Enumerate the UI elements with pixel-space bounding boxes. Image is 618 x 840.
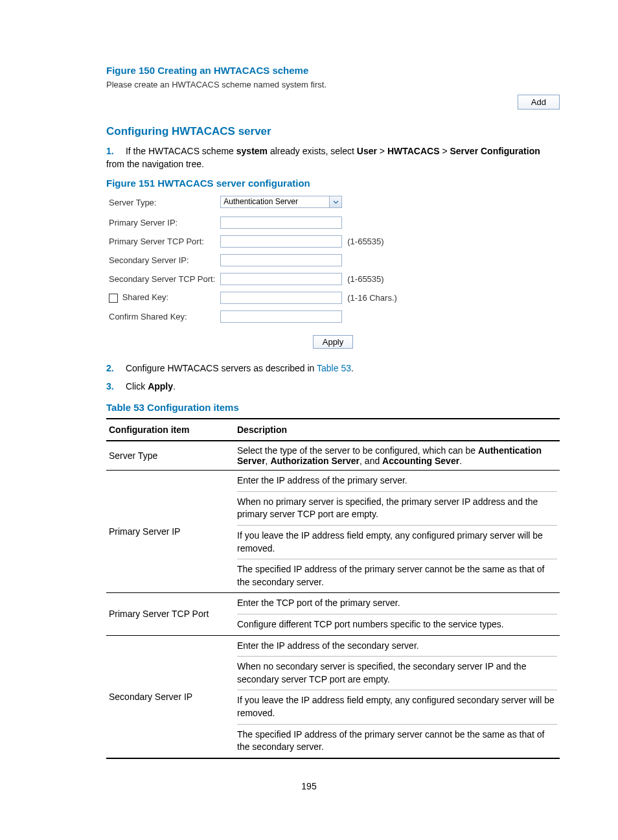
config-desc-primary-server-tcp-port: Enter the TCP port of the primary server… <box>235 593 560 635</box>
server-type-value: Authentication Server <box>223 197 298 206</box>
step-1-sep-1: > <box>377 146 387 156</box>
server-type-select[interactable]: Authentication Server <box>220 196 342 208</box>
config-item-server-type: Server Type <box>106 441 235 471</box>
step-2-number: 2. <box>106 362 123 375</box>
page-number: 195 <box>58 781 560 791</box>
desc-bold: Authorization Server <box>270 456 360 466</box>
desc-para: If you leave the IP address field empty,… <box>237 526 557 559</box>
step-1-sep-2: > <box>440 146 450 156</box>
add-button[interactable]: Add <box>518 95 560 110</box>
table-header-item: Configuration item <box>106 419 235 441</box>
primary-server-ip-input[interactable] <box>220 216 342 229</box>
step-2-text-a: Configure HWTACACS servers as described … <box>126 363 317 373</box>
step-1-bold-user: User <box>357 146 377 156</box>
step-3-bold-apply: Apply <box>148 381 173 391</box>
config-item-secondary-server-ip: Secondary Server IP <box>106 635 235 758</box>
config-desc-primary-server-ip: Enter the IP address of the primary serv… <box>235 471 560 593</box>
step-3-text-a: Click <box>126 381 148 391</box>
primary-port-hint: (1-65535) <box>345 232 400 251</box>
configuration-items-table: Configuration item Description Server Ty… <box>106 418 560 759</box>
table-header-description: Description <box>235 419 560 441</box>
config-item-primary-server-tcp-port: Primary Server TCP Port <box>106 593 235 635</box>
desc-text: , and <box>360 456 382 466</box>
step-3-number: 3. <box>106 380 123 393</box>
step-1-text-a: If the HWTACACS scheme <box>126 146 236 156</box>
figure-150-instruction: Please create an HWTACACS scheme named s… <box>106 80 560 89</box>
table-53-caption: Table 53 Configuration items <box>106 402 560 413</box>
step-1-text-c: from the navigation tree. <box>106 159 204 169</box>
step-3-text-b: . <box>173 381 176 391</box>
desc-text: Select the type of the server to be conf… <box>237 445 478 456</box>
server-type-label: Server Type: <box>106 192 218 213</box>
secondary-server-tcp-port-input[interactable] <box>220 273 342 285</box>
step-2-text-b: . <box>351 363 354 373</box>
step-3: 3. Click Apply. <box>106 380 560 393</box>
table-row: Secondary Server IP Enter the IP address… <box>106 635 560 758</box>
config-desc-server-type: Select the type of the server to be conf… <box>235 441 560 471</box>
shared-key-checkbox[interactable] <box>109 294 118 303</box>
primary-server-tcp-port-label: Primary Server TCP Port: <box>106 232 218 251</box>
apply-button[interactable]: Apply <box>313 335 354 349</box>
table-row: Primary Server TCP Port Enter the TCP po… <box>106 593 560 635</box>
chevron-down-icon <box>329 196 341 207</box>
desc-para: Enter the TCP port of the primary server… <box>237 593 557 614</box>
desc-para: When no secondary server is specified, t… <box>237 657 557 690</box>
desc-para: Configure different TCP port numbers spe… <box>237 614 557 635</box>
desc-para: If you leave the IP address field empty,… <box>237 690 557 724</box>
desc-para: The specified IP address of the primary … <box>237 559 557 592</box>
step-1-bold-system: system <box>236 146 268 156</box>
confirm-shared-key-label: Confirm Shared Key: <box>106 307 218 326</box>
secondary-server-ip-input[interactable] <box>220 254 342 266</box>
step-2: 2. Configure HWTACACS servers as describ… <box>106 362 560 375</box>
table-row: Primary Server IP Enter the IP address o… <box>106 471 560 593</box>
server-config-form: Server Type: Authentication Server Prima… <box>106 192 400 326</box>
table-row: Server Type Select the type of the serve… <box>106 441 560 471</box>
step-1-bold-server-config: Server Configuration <box>450 146 540 156</box>
config-desc-secondary-server-ip: Enter the IP address of the secondary se… <box>235 635 560 758</box>
section-heading-configuring-hwtacacs-server: Configuring HWTACACS server <box>106 125 560 138</box>
shared-key-label: Shared Key: <box>122 292 169 302</box>
config-item-primary-server-ip: Primary Server IP <box>106 471 235 593</box>
desc-para: Enter the IP address of the primary serv… <box>237 471 557 492</box>
primary-server-ip-label: Primary Server IP: <box>106 213 218 232</box>
secondary-port-hint: (1-65535) <box>345 270 400 288</box>
figure-150-caption: Figure 150 Creating an HWTACACS scheme <box>106 65 560 76</box>
shared-key-input[interactable] <box>220 292 342 304</box>
step-1-bold-hwtacacs: HWTACACS <box>387 146 440 156</box>
figure-151-caption: Figure 151 HWTACACS server configuration <box>106 178 560 189</box>
desc-para: The specified IP address of the primary … <box>237 725 557 758</box>
primary-server-tcp-port-input[interactable] <box>220 235 342 248</box>
step-1-number: 1. <box>106 145 123 158</box>
desc-para: Enter the IP address of the secondary se… <box>237 636 557 657</box>
step-1-text-b: already exists, select <box>268 146 357 156</box>
shared-key-hint: (1-16 Chars.) <box>345 288 400 307</box>
desc-para: When no primary server is specified, the… <box>237 492 557 526</box>
step-2-table-link[interactable]: Table 53 <box>317 363 351 373</box>
desc-text: . <box>459 456 462 466</box>
step-1: 1. If the HWTACACS scheme system already… <box>106 145 560 171</box>
confirm-shared-key-input[interactable] <box>220 310 342 323</box>
secondary-server-ip-label: Secondary Server IP: <box>106 251 218 270</box>
secondary-server-tcp-port-label: Secondary Server TCP Port: <box>106 270 218 288</box>
desc-bold: Accounting Sever <box>382 456 459 466</box>
